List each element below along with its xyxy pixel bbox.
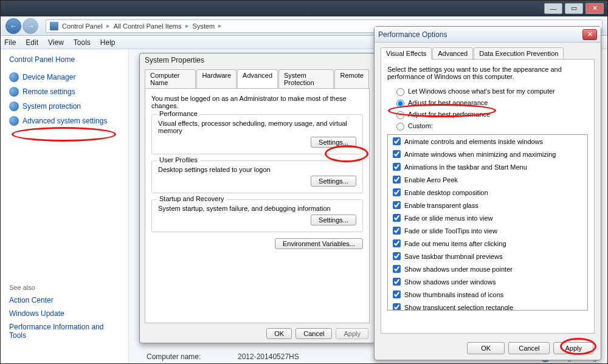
option-label: Show shadows under windows bbox=[404, 278, 496, 286]
radio-let-windows-choose[interactable]: Let Windows choose what's best for my co… bbox=[393, 86, 588, 96]
ok-button[interactable]: OK bbox=[467, 342, 505, 354]
tab-hardware[interactable]: Hardware bbox=[196, 69, 237, 88]
checkbox[interactable] bbox=[393, 176, 401, 184]
sidebar-item-advanced-system-settings[interactable]: Advanced system settings bbox=[9, 116, 120, 126]
breadcrumb-item[interactable]: All Control Panel Items bbox=[114, 22, 182, 30]
environment-variables-button[interactable]: Environment Variables... bbox=[275, 238, 363, 249]
radio-custom[interactable]: Custom: bbox=[393, 121, 588, 131]
forward-button[interactable]: → bbox=[22, 18, 38, 34]
menu-help[interactable]: Help bbox=[100, 38, 116, 47]
performance-settings-button[interactable]: Settings... bbox=[311, 137, 356, 148]
menu-view[interactable]: View bbox=[48, 38, 64, 47]
checkbox[interactable] bbox=[393, 137, 401, 145]
checkbox[interactable] bbox=[393, 252, 401, 260]
checkbox[interactable] bbox=[393, 278, 401, 286]
option-label: Enable Aero Peek bbox=[404, 176, 458, 184]
option-label: Fade or slide ToolTips into view bbox=[404, 227, 497, 235]
sidebar-item-remote-settings[interactable]: Remote settings bbox=[9, 87, 120, 97]
tab-advanced[interactable]: Advanced bbox=[237, 69, 278, 88]
sidebar-link-windows-update[interactable]: Windows Update bbox=[9, 309, 120, 318]
visual-effect-option[interactable]: Animate controls and elements inside win… bbox=[388, 135, 587, 148]
tab-system-protection[interactable]: System Protection bbox=[278, 69, 334, 88]
visual-effect-option[interactable]: Animate windows when minimizing and maxi… bbox=[388, 148, 587, 160]
visual-effect-option[interactable]: Show thumbnails instead of icons bbox=[388, 288, 587, 301]
visual-effect-option[interactable]: Enable desktop composition bbox=[388, 186, 587, 199]
cancel-button[interactable]: Cancel bbox=[508, 342, 550, 354]
option-label: Fade out menu items after clicking bbox=[404, 240, 506, 247]
shield-icon bbox=[9, 72, 19, 82]
visual-effect-option[interactable]: Show translucent selection rectangle bbox=[388, 301, 587, 311]
sidebar-home[interactable]: Control Panel Home bbox=[9, 55, 120, 64]
tab-dep[interactable]: Data Execution Prevention bbox=[474, 47, 564, 60]
group-title: Startup and Recovery bbox=[157, 195, 226, 202]
option-label: Enable transparent glass bbox=[404, 202, 478, 209]
option-label: Animate controls and elements inside win… bbox=[404, 138, 543, 145]
dialog-titlebar[interactable]: Performance Options ✕ bbox=[375, 27, 601, 43]
back-button[interactable]: ← bbox=[5, 18, 21, 34]
option-label: Animate windows when minimizing and maxi… bbox=[404, 151, 556, 158]
option-label: Fade or slide menus into view bbox=[404, 215, 493, 222]
checkbox[interactable] bbox=[393, 214, 401, 222]
maximize-button[interactable]: ▭ bbox=[565, 3, 583, 14]
tabs: Visual Effects Advanced Data Execution P… bbox=[381, 47, 595, 60]
chevron-right-icon: ▸ bbox=[185, 22, 189, 30]
checkbox[interactable] bbox=[393, 201, 401, 209]
checkbox[interactable] bbox=[393, 227, 401, 235]
breadcrumb-item[interactable]: Control Panel bbox=[62, 22, 103, 30]
menu-file[interactable]: File bbox=[4, 38, 16, 47]
radio-best-appearance[interactable]: Adjust for best appearance bbox=[393, 98, 588, 108]
option-label: Show thumbnails instead of icons bbox=[404, 291, 503, 298]
checkbox[interactable] bbox=[393, 163, 401, 171]
sidebar-link-action-center[interactable]: Action Center bbox=[9, 296, 120, 304]
close-button[interactable]: ✕ bbox=[586, 3, 604, 14]
sidebar-item-label: System protection bbox=[22, 102, 81, 111]
system-properties-dialog: System Properties Computer Name Hardware… bbox=[139, 53, 375, 343]
breadcrumb-item[interactable]: System bbox=[193, 22, 215, 30]
option-label: Save taskbar thumbnail previews bbox=[404, 253, 502, 260]
shield-icon bbox=[9, 101, 19, 111]
visual-effect-option[interactable]: Fade out menu items after clicking bbox=[388, 237, 587, 250]
group-desc: Visual effects, processor scheduling, me… bbox=[158, 120, 356, 134]
radio-best-performance[interactable]: Adjust for best performance bbox=[393, 109, 588, 119]
checkbox[interactable] bbox=[393, 303, 401, 311]
tab-visual-effects[interactable]: Visual Effects bbox=[381, 47, 432, 60]
ok-button[interactable]: OK bbox=[266, 328, 292, 339]
cancel-button[interactable]: Cancel bbox=[295, 328, 332, 339]
user-profiles-group: User Profiles Desktop settings related t… bbox=[151, 160, 363, 193]
visual-effect-option[interactable]: Fade or slide menus into view bbox=[388, 211, 587, 224]
close-button[interactable]: ✕ bbox=[582, 29, 597, 40]
visual-effect-option[interactable]: Fade or slide ToolTips into view bbox=[388, 224, 587, 237]
window-titlebar[interactable]: — ▭ ✕ bbox=[1, 1, 607, 16]
option-label: Show shadows under mouse pointer bbox=[404, 266, 513, 273]
sidebar-link-performance-info[interactable]: Performance Information and Tools bbox=[9, 323, 120, 340]
sidebar: Control Panel Home Device Manager Remote… bbox=[1, 49, 128, 363]
sidebar-item-system-protection[interactable]: System protection bbox=[9, 101, 120, 111]
user-profiles-settings-button[interactable]: Settings... bbox=[311, 176, 356, 187]
chevron-right-icon: ▸ bbox=[218, 22, 222, 30]
visual-effect-option[interactable]: Enable Aero Peek bbox=[388, 173, 587, 186]
visual-effect-option[interactable]: Save taskbar thumbnail previews bbox=[388, 250, 587, 263]
visual-effect-option[interactable]: Animations in the taskbar and Start Menu bbox=[388, 160, 587, 173]
checkbox[interactable] bbox=[393, 188, 401, 196]
visual-effect-option[interactable]: Show shadows under windows bbox=[388, 275, 587, 288]
visual-effects-list[interactable]: Animate controls and elements inside win… bbox=[387, 134, 588, 311]
tab-remote[interactable]: Remote bbox=[334, 69, 369, 88]
checkbox[interactable] bbox=[393, 290, 401, 298]
checkbox[interactable] bbox=[393, 150, 401, 158]
chevron-right-icon: ▸ bbox=[106, 22, 110, 30]
menu-tools[interactable]: Tools bbox=[74, 38, 91, 47]
checkbox[interactable] bbox=[393, 239, 401, 247]
tab-computer-name[interactable]: Computer Name bbox=[145, 69, 196, 88]
checkbox[interactable] bbox=[393, 265, 401, 273]
sidebar-item-device-manager[interactable]: Device Manager bbox=[9, 72, 120, 82]
startup-recovery-settings-button[interactable]: Settings... bbox=[311, 215, 356, 225]
minimize-button[interactable]: — bbox=[544, 3, 562, 14]
apply-button[interactable]: Apply bbox=[553, 342, 593, 354]
group-desc: Desktop settings related to your logon bbox=[158, 166, 356, 173]
sidebar-item-label: Advanced system settings bbox=[22, 117, 107, 125]
apply-button[interactable]: Apply bbox=[336, 328, 368, 339]
tab-advanced[interactable]: Advanced bbox=[432, 47, 473, 60]
visual-effect-option[interactable]: Enable transparent glass bbox=[388, 199, 587, 211]
visual-effect-option[interactable]: Show shadows under mouse pointer bbox=[388, 263, 587, 275]
menu-edit[interactable]: Edit bbox=[26, 38, 38, 47]
